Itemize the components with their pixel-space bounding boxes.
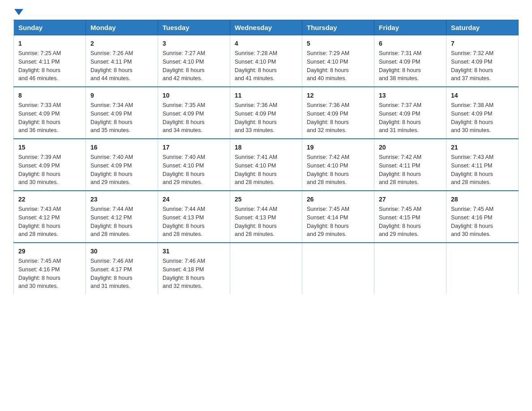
day-info: Sunrise: 7:45 AMSunset: 4:15 PMDaylight:… [379,205,442,239]
calendar-cell [374,243,446,294]
day-info: Sunrise: 7:31 AMSunset: 4:09 PMDaylight:… [379,49,442,83]
day-info: Sunrise: 7:36 AMSunset: 4:09 PMDaylight:… [307,101,369,135]
calendar-cell: 9 Sunrise: 7:34 AMSunset: 4:09 PMDayligh… [86,87,158,139]
calendar-header-row: SundayMondayTuesdayWednesdayThursdayFrid… [14,20,519,35]
day-number: 28 [451,195,514,204]
calendar-cell: 6 Sunrise: 7:31 AMSunset: 4:09 PMDayligh… [374,35,446,87]
week-row-2: 8 Sunrise: 7:33 AMSunset: 4:09 PMDayligh… [14,87,519,139]
calendar-cell: 2 Sunrise: 7:26 AMSunset: 4:11 PMDayligh… [86,35,158,87]
day-number: 24 [163,195,225,204]
day-info: Sunrise: 7:44 AMSunset: 4:13 PMDaylight:… [163,205,225,239]
calendar-cell: 15 Sunrise: 7:39 AMSunset: 4:09 PMDaylig… [14,139,86,191]
calendar-cell: 27 Sunrise: 7:45 AMSunset: 4:15 PMDaylig… [374,191,446,243]
day-header-tuesday: Tuesday [158,20,230,35]
day-info: Sunrise: 7:42 AMSunset: 4:11 PMDaylight:… [379,153,442,187]
calendar-table: SundayMondayTuesdayWednesdayThursdayFrid… [13,20,519,294]
day-info: Sunrise: 7:25 AMSunset: 4:11 PMDaylight:… [18,49,81,83]
calendar-cell: 18 Sunrise: 7:41 AMSunset: 4:10 PMDaylig… [230,139,302,191]
day-number: 16 [90,143,153,152]
day-number: 12 [307,91,369,100]
day-number: 26 [307,195,369,204]
calendar-cell: 24 Sunrise: 7:44 AMSunset: 4:13 PMDaylig… [158,191,230,243]
calendar-cell: 3 Sunrise: 7:27 AMSunset: 4:10 PMDayligh… [158,35,230,87]
day-info: Sunrise: 7:43 AMSunset: 4:11 PMDaylight:… [451,153,514,187]
day-info: Sunrise: 7:45 AMSunset: 4:16 PMDaylight:… [451,205,514,239]
calendar-cell: 19 Sunrise: 7:42 AMSunset: 4:10 PMDaylig… [302,139,374,191]
day-number: 22 [18,195,81,204]
day-info: Sunrise: 7:38 AMSunset: 4:09 PMDaylight:… [451,101,514,135]
day-info: Sunrise: 7:40 AMSunset: 4:10 PMDaylight:… [163,153,225,187]
calendar-cell: 5 Sunrise: 7:29 AMSunset: 4:10 PMDayligh… [302,35,374,87]
week-row-1: 1 Sunrise: 7:25 AMSunset: 4:11 PMDayligh… [14,35,519,87]
day-number: 30 [90,247,153,256]
day-number: 3 [163,39,225,48]
day-info: Sunrise: 7:27 AMSunset: 4:10 PMDaylight:… [163,49,225,83]
calendar-cell: 25 Sunrise: 7:44 AMSunset: 4:13 PMDaylig… [230,191,302,243]
calendar-cell: 21 Sunrise: 7:43 AMSunset: 4:11 PMDaylig… [446,139,519,191]
day-number: 5 [307,39,369,48]
calendar-cell: 30 Sunrise: 7:46 AMSunset: 4:17 PMDaylig… [86,243,158,294]
day-header-monday: Monday [86,20,158,35]
day-info: Sunrise: 7:33 AMSunset: 4:09 PMDaylight:… [18,101,81,135]
day-number: 19 [307,143,369,152]
calendar-cell: 4 Sunrise: 7:28 AMSunset: 4:10 PMDayligh… [230,35,302,87]
week-row-5: 29 Sunrise: 7:45 AMSunset: 4:16 PMDaylig… [14,243,519,294]
calendar-cell: 26 Sunrise: 7:45 AMSunset: 4:14 PMDaylig… [302,191,374,243]
day-info: Sunrise: 7:34 AMSunset: 4:09 PMDaylight:… [90,101,153,135]
day-info: Sunrise: 7:46 AMSunset: 4:17 PMDaylight:… [90,257,153,291]
calendar-cell [230,243,302,294]
day-header-saturday: Saturday [446,20,519,35]
calendar-cell: 10 Sunrise: 7:35 AMSunset: 4:09 PMDaylig… [158,87,230,139]
day-number: 2 [90,39,153,48]
calendar-cell: 31 Sunrise: 7:46 AMSunset: 4:18 PMDaylig… [158,243,230,294]
calendar-cell: 7 Sunrise: 7:32 AMSunset: 4:09 PMDayligh… [446,35,519,87]
calendar-cell: 8 Sunrise: 7:33 AMSunset: 4:09 PMDayligh… [14,87,86,139]
day-info: Sunrise: 7:36 AMSunset: 4:09 PMDaylight:… [235,101,297,135]
week-row-4: 22 Sunrise: 7:43 AMSunset: 4:12 PMDaylig… [14,191,519,243]
day-info: Sunrise: 7:29 AMSunset: 4:10 PMDaylight:… [307,49,369,83]
day-info: Sunrise: 7:26 AMSunset: 4:11 PMDaylight:… [90,49,153,83]
day-info: Sunrise: 7:39 AMSunset: 4:09 PMDaylight:… [18,153,81,187]
day-number: 25 [235,195,297,204]
logo [13,9,23,15]
day-number: 15 [18,143,81,152]
day-number: 27 [379,195,442,204]
day-info: Sunrise: 7:40 AMSunset: 4:09 PMDaylight:… [90,153,153,187]
day-number: 9 [90,91,153,100]
day-header-friday: Friday [374,20,446,35]
day-info: Sunrise: 7:46 AMSunset: 4:18 PMDaylight:… [163,257,225,291]
day-header-thursday: Thursday [302,20,374,35]
logo-triangle-icon [14,9,23,15]
day-info: Sunrise: 7:43 AMSunset: 4:12 PMDaylight:… [18,205,81,239]
day-number: 14 [451,91,514,100]
calendar-cell: 23 Sunrise: 7:44 AMSunset: 4:12 PMDaylig… [86,191,158,243]
day-number: 10 [163,91,225,100]
week-row-3: 15 Sunrise: 7:39 AMSunset: 4:09 PMDaylig… [14,139,519,191]
day-number: 1 [18,39,81,48]
day-number: 18 [235,143,297,152]
day-info: Sunrise: 7:32 AMSunset: 4:09 PMDaylight:… [451,49,514,83]
day-number: 7 [451,39,514,48]
day-info: Sunrise: 7:45 AMSunset: 4:14 PMDaylight:… [307,205,369,239]
calendar-cell: 28 Sunrise: 7:45 AMSunset: 4:16 PMDaylig… [446,191,519,243]
calendar-cell: 13 Sunrise: 7:37 AMSunset: 4:09 PMDaylig… [374,87,446,139]
day-number: 17 [163,143,225,152]
day-number: 29 [18,247,81,256]
day-number: 4 [235,39,297,48]
day-number: 11 [235,91,297,100]
day-header-wednesday: Wednesday [230,20,302,35]
day-info: Sunrise: 7:44 AMSunset: 4:12 PMDaylight:… [90,205,153,239]
calendar-cell: 17 Sunrise: 7:40 AMSunset: 4:10 PMDaylig… [158,139,230,191]
page-header [13,9,519,15]
day-number: 8 [18,91,81,100]
day-number: 13 [379,91,442,100]
calendar-cell: 16 Sunrise: 7:40 AMSunset: 4:09 PMDaylig… [86,139,158,191]
calendar-cell: 20 Sunrise: 7:42 AMSunset: 4:11 PMDaylig… [374,139,446,191]
day-number: 20 [379,143,442,152]
calendar-cell: 29 Sunrise: 7:45 AMSunset: 4:16 PMDaylig… [14,243,86,294]
day-info: Sunrise: 7:28 AMSunset: 4:10 PMDaylight:… [235,49,297,83]
calendar-cell: 14 Sunrise: 7:38 AMSunset: 4:09 PMDaylig… [446,87,519,139]
day-info: Sunrise: 7:41 AMSunset: 4:10 PMDaylight:… [235,153,297,187]
day-number: 21 [451,143,514,152]
calendar-cell: 1 Sunrise: 7:25 AMSunset: 4:11 PMDayligh… [14,35,86,87]
